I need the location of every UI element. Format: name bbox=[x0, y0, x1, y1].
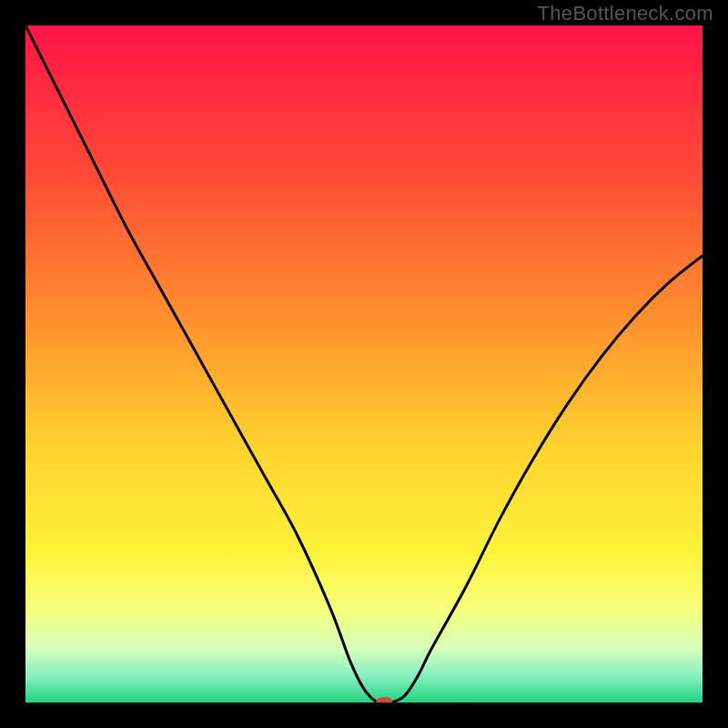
gradient-background bbox=[25, 25, 703, 703]
chart-frame: TheBottleneck.com bbox=[0, 0, 728, 728]
chart-plot-area bbox=[25, 25, 703, 703]
watermark-text: TheBottleneck.com bbox=[538, 2, 713, 25]
chart-svg bbox=[25, 25, 703, 703]
